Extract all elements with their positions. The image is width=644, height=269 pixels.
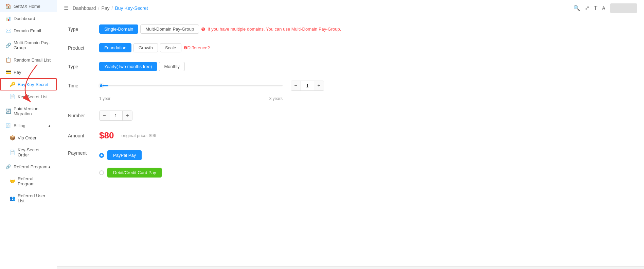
sidebar-item-multi-domain[interactable]: 🔗 Multi-Domain Pay-Group xyxy=(0,37,57,54)
sidebar-group-referral[interactable]: 🔗 Referral Program ▲ xyxy=(0,161,57,173)
search-icon[interactable]: 🔍 xyxy=(573,5,580,11)
sidebar-item-label: GetMX Home xyxy=(14,4,40,9)
slider-thumb[interactable] xyxy=(99,84,103,88)
sidebar-item-label: Dashboard xyxy=(14,16,35,21)
time-slider-container: − + xyxy=(99,81,324,91)
amount-price: $80 xyxy=(99,130,114,141)
sidebar-item-key-secret-list[interactable]: 📄 Key-Secret List xyxy=(0,90,57,103)
sidebar-item-buy-key-secret[interactable]: 🔑 Buy Key-Secret xyxy=(0,78,57,90)
slider-labels: 1 year 3 years xyxy=(99,96,283,101)
payment-row: Payment PayPal Pay Debit/Credit Card Pay xyxy=(68,150,633,182)
multi-domain-button[interactable]: Multi-Domain Pay-Group xyxy=(140,24,199,34)
migrate-icon: 🔄 xyxy=(5,108,11,114)
number-row: Number − + xyxy=(68,111,633,121)
sidebar-group-label: Billing xyxy=(14,123,25,128)
sidebar-item-label: Referred User List xyxy=(18,193,51,203)
yearly-button[interactable]: Yearly(Two months free) xyxy=(99,62,157,71)
amount-row: Amount $80 original price: $96 xyxy=(68,130,633,141)
product-row: Product Foundation Growth Scale ❷Differe… xyxy=(68,43,633,52)
sidebar-item-label: Key-Secret Order xyxy=(18,147,51,157)
sidebar-item-key-secret-order[interactable]: 📄 Key-Secret Order xyxy=(0,144,57,161)
user-avatar[interactable] xyxy=(610,3,637,13)
sidebar-item-label: Random Email List xyxy=(14,57,51,63)
payment-label: Payment xyxy=(68,150,95,156)
single-domain-button[interactable]: Single-Domain xyxy=(99,24,138,34)
time-plus-button[interactable]: + xyxy=(314,81,324,90)
chevron-up-icon-2: ▲ xyxy=(48,165,51,169)
slider-min-label: 1 year xyxy=(99,96,110,101)
sidebar-group-billing[interactable]: 🧾 Billing ▲ xyxy=(0,120,57,132)
font-icon[interactable]: T xyxy=(594,5,597,11)
sidebar: 🏠 GetMX Home 📊 Dashboard ✉️ Domain Email… xyxy=(0,0,57,269)
type-info-icon: ❶ xyxy=(201,27,205,32)
sidebar-item-random-email[interactable]: 📋 Random Email List xyxy=(0,54,57,66)
chevron-up-icon: ▲ xyxy=(48,124,51,128)
time-value-input[interactable] xyxy=(301,81,314,90)
sidebar-item-domain-email[interactable]: ✉️ Domain Email xyxy=(0,24,57,37)
difference-link[interactable]: ❷Difference? xyxy=(183,45,210,50)
type-options: Single-Domain Multi-Domain Pay-Group ❶ I… xyxy=(99,24,341,34)
sidebar-item-label: Paid Version Migration xyxy=(14,106,51,116)
number-stepper: − + xyxy=(99,111,132,121)
page-content: Type Single-Domain Multi-Domain Pay-Grou… xyxy=(57,16,644,266)
number-label: Number xyxy=(68,113,95,118)
sidebar-item-referral-program[interactable]: 🤝 Referral Program xyxy=(0,173,57,190)
sidebar-item-getmx-home[interactable]: 🏠 GetMX Home xyxy=(0,0,57,12)
sidebar-item-label: Referral Program xyxy=(18,176,51,186)
type-info-text: If you have multiple domains, You can us… xyxy=(208,27,341,32)
number-plus-button[interactable]: + xyxy=(123,111,132,120)
billing-type-row: Type Yearly(Two months free) Monthly xyxy=(68,62,633,71)
sidebar-item-referred-user-list[interactable]: 👥 Referred User List xyxy=(0,190,57,207)
sidebar-item-pay[interactable]: 💳 Pay xyxy=(0,66,57,78)
scale-button[interactable]: Scale xyxy=(160,43,181,52)
main-content: ☰ Dashboard / Pay / Buy Key-Secret 🔍 ⤢ T… xyxy=(57,0,644,269)
card-radio[interactable] xyxy=(99,170,104,175)
breadcrumb: Dashboard / Pay / Buy Key-Secret xyxy=(73,5,148,11)
breadcrumb-current: Buy Key-Secret xyxy=(115,5,148,11)
translate-icon[interactable]: A xyxy=(602,5,605,11)
amount-label: Amount xyxy=(68,133,95,138)
order-icon: 📄 xyxy=(10,150,15,155)
paypal-option[interactable]: PayPal Pay xyxy=(99,150,162,160)
fullscreen-icon[interactable]: ⤢ xyxy=(585,5,589,11)
paypal-radio[interactable] xyxy=(99,153,104,158)
bottom-bar xyxy=(57,266,644,269)
sidebar-item-label: Buy Key-Secret xyxy=(18,82,48,87)
time-row: Time − + 1 year 3 years xyxy=(68,81,633,101)
billing-options: Yearly(Two months free) Monthly xyxy=(99,62,185,71)
breadcrumb-section[interactable]: Pay xyxy=(101,5,109,11)
time-minus-button[interactable]: − xyxy=(291,81,301,90)
breadcrumb-sep2: / xyxy=(112,5,113,11)
number-value-input[interactable] xyxy=(109,111,123,120)
monthly-button[interactable]: Monthly xyxy=(159,62,185,71)
product-options: Foundation Growth Scale ❷Difference? xyxy=(99,43,210,52)
sidebar-item-vip-order[interactable]: 📦 Vip Order xyxy=(0,132,57,144)
sidebar-item-label: Domain Email xyxy=(14,28,41,33)
product-label: Product xyxy=(68,45,95,51)
billing-type-label: Type xyxy=(68,64,95,69)
original-price: original price: $96 xyxy=(121,133,156,138)
slider-max-label: 3 years xyxy=(269,96,283,101)
breadcrumb-home[interactable]: Dashboard xyxy=(73,5,96,11)
foundation-button[interactable]: Foundation xyxy=(99,43,131,52)
card-option[interactable]: Debit/Credit Card Pay xyxy=(99,168,162,178)
topbar: ☰ Dashboard / Pay / Buy Key-Secret 🔍 ⤢ T… xyxy=(57,0,644,16)
key-icon: 🔑 xyxy=(10,82,15,87)
paypal-button[interactable]: PayPal Pay xyxy=(107,150,142,160)
growth-button[interactable]: Growth xyxy=(133,43,158,52)
home-icon: 🏠 xyxy=(5,3,11,9)
sidebar-item-paid-migration[interactable]: 🔄 Paid Version Migration xyxy=(0,103,57,120)
type-label: Type xyxy=(68,27,95,32)
card-button[interactable]: Debit/Credit Card Pay xyxy=(107,168,162,178)
number-minus-button[interactable]: − xyxy=(100,111,109,120)
sidebar-group-label: Referral Program xyxy=(14,164,48,169)
hamburger-button[interactable]: ☰ xyxy=(64,5,69,11)
users-icon: 👥 xyxy=(10,196,15,201)
vip-icon: 📦 xyxy=(10,135,15,140)
type-row: Type Single-Domain Multi-Domain Pay-Grou… xyxy=(68,24,633,34)
sidebar-item-dashboard[interactable]: 📊 Dashboard xyxy=(0,12,57,24)
email-icon: ✉️ xyxy=(5,28,11,33)
breadcrumb-sep1: / xyxy=(98,5,100,11)
time-slider[interactable] xyxy=(99,85,283,86)
sidebar-item-label: Key-Secret List xyxy=(18,94,48,99)
